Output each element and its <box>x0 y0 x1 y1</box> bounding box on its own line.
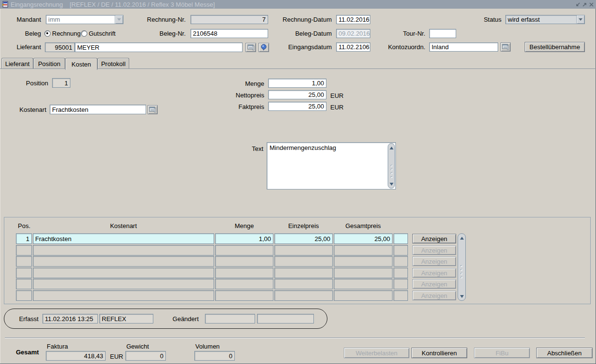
cell-pos[interactable] <box>16 279 32 289</box>
cell-menge[interactable] <box>215 245 273 256</box>
beleg-datum-field[interactable]: 09.02.2016 <box>336 29 370 38</box>
cell-einzelpreis[interactable] <box>274 256 333 267</box>
kontozuordn-lov-button[interactable] <box>501 42 511 52</box>
restore-button[interactable] <box>581 1 588 8</box>
gewicht-field[interactable]: 0 <box>125 351 166 361</box>
cell-kostenart[interactable] <box>33 245 214 256</box>
scroll-down-icon[interactable] <box>389 181 394 187</box>
erfasst-user-field[interactable]: REFLEX <box>99 314 153 324</box>
cell-kostenart[interactable] <box>33 279 214 289</box>
cell-extra[interactable] <box>393 290 408 301</box>
window-titlebar[interactable]: Eingangsrechnung [REFLEX / DE / 11.02.20… <box>0 0 596 9</box>
cell-pos[interactable]: 1 <box>16 233 32 244</box>
scroll-up-icon[interactable] <box>459 235 465 241</box>
cell-menge[interactable] <box>215 290 273 301</box>
lieferant-nr-field[interactable]: 95001 <box>45 42 75 52</box>
geaendert-label: Geändert <box>164 315 199 323</box>
tab-kosten[interactable]: Kosten <box>65 58 97 70</box>
cell-extra[interactable] <box>393 233 408 244</box>
cell-pos[interactable] <box>16 245 32 256</box>
cell-menge[interactable] <box>215 256 273 267</box>
text-area-scrollbar[interactable] <box>388 143 395 189</box>
cell-extra[interactable] <box>393 268 408 278</box>
volumen-field[interactable]: 0 <box>194 351 235 361</box>
faktpreis-currency: EUR <box>330 104 343 111</box>
cell-gesamtpreis[interactable] <box>334 245 393 256</box>
kontozuordn-field[interactable]: Inland <box>429 42 498 52</box>
scrollbar-thumb[interactable] <box>390 163 393 178</box>
text-area[interactable]: Mindermengenzuschlag <box>267 142 396 189</box>
chevron-down-icon[interactable] <box>576 15 584 24</box>
cell-extra[interactable] <box>393 245 408 256</box>
cell-einzelpreis[interactable] <box>274 268 333 278</box>
erfasst-datetime-field[interactable]: 11.02.2016 13:25 <box>42 314 98 324</box>
cell-gesamtpreis[interactable] <box>334 256 393 267</box>
minimize-button[interactable] <box>574 1 581 8</box>
cell-gesamtpreis[interactable] <box>334 268 393 278</box>
cell-einzelpreis[interactable] <box>274 245 333 256</box>
lieferant-info-button[interactable] <box>258 43 269 52</box>
erfasst-label: Erfasst <box>10 315 39 323</box>
tab-protokoll[interactable]: Protokoll <box>97 58 129 69</box>
close-icon[interactable] <box>588 1 595 8</box>
cell-pos[interactable] <box>16 256 32 267</box>
cell-einzelpreis[interactable]: 25,00 <box>274 233 333 244</box>
scroll-up-icon[interactable] <box>389 145 394 151</box>
cell-pos[interactable] <box>16 290 32 301</box>
cell-einzelpreis[interactable] <box>274 290 333 301</box>
tab-position[interactable]: Position <box>33 58 65 69</box>
nettopreis-label: Nettopreis <box>216 92 264 99</box>
position-field[interactable]: 1 <box>52 78 70 88</box>
col-header-einzelpreis: Einzelpreis <box>274 222 333 229</box>
tab-lieferant[interactable]: Lieferant <box>1 58 33 69</box>
cell-gesamtpreis[interactable]: 25,00 <box>334 233 393 244</box>
table-scrollbar[interactable] <box>458 233 466 301</box>
lieferant-label: Lieferant <box>0 43 41 51</box>
scrollbar-thumb[interactable] <box>460 264 464 278</box>
cell-gesamtpreis[interactable] <box>334 279 393 289</box>
radio-rechnung[interactable] <box>44 30 51 37</box>
bestelluebernahme-button[interactable]: Bestellübernahme <box>525 42 585 52</box>
anzeigen-button[interactable]: Anzeigen <box>412 234 456 243</box>
faktura-field[interactable]: 418,43 <box>46 351 106 361</box>
cell-pos[interactable] <box>16 268 32 278</box>
beleg-nr-field[interactable]: 2106548 <box>190 29 268 38</box>
cell-kostenart[interactable] <box>33 268 214 278</box>
geaendert-user-field[interactable] <box>257 314 314 324</box>
kostenart-label: Kostenart <box>13 106 46 113</box>
kostenart-field[interactable]: Frachtkosten <box>50 105 146 114</box>
cell-gesamtpreis[interactable] <box>334 290 393 301</box>
cell-extra[interactable] <box>393 279 408 289</box>
kostenart-lov-button[interactable] <box>148 105 158 114</box>
abschliessen-button[interactable]: Abschließen <box>536 348 593 358</box>
cell-einzelpreis[interactable] <box>274 279 333 289</box>
cell-extra[interactable] <box>393 256 408 267</box>
cell-menge[interactable] <box>215 279 273 289</box>
faktpreis-field[interactable]: 25,00 <box>268 102 326 111</box>
rechnung-nr-field[interactable]: 7 <box>190 15 268 24</box>
geaendert-datetime-field[interactable] <box>205 314 255 324</box>
radio-gutschrift[interactable] <box>81 30 87 37</box>
kontrollieren-button[interactable]: Kontrollieren <box>411 348 467 358</box>
lieferant-name-field[interactable]: MEYER <box>75 42 243 52</box>
list-of-values-icon <box>502 44 509 50</box>
cell-kostenart[interactable] <box>33 290 214 301</box>
rechnung-nr-label: Rechnung-Nr. <box>137 16 186 23</box>
rechnung-datum-field[interactable]: 11.02.2016 <box>336 15 370 24</box>
menge-field[interactable]: 1,00 <box>268 79 326 88</box>
status-combo[interactable]: wird erfasst <box>505 15 585 24</box>
gewicht-label: Gewicht <box>126 343 149 350</box>
lieferant-lov-button[interactable] <box>245 43 256 52</box>
eingangsdatum-field[interactable]: 11.02.2106 <box>336 42 370 52</box>
scroll-down-icon[interactable] <box>459 293 465 299</box>
chevron-down-icon[interactable] <box>115 15 123 24</box>
cell-menge[interactable] <box>215 268 273 278</box>
radio-gutschrift-label: Gutschrift <box>89 30 116 37</box>
cell-kostenart[interactable]: Frachtkosten <box>33 233 214 244</box>
cell-menge[interactable]: 1,00 <box>215 233 273 244</box>
tour-nr-field[interactable] <box>429 29 456 38</box>
nettopreis-field[interactable]: 25,00 <box>268 90 326 99</box>
col-header-menge: Menge <box>215 222 273 229</box>
mandant-combo[interactable]: imm <box>46 15 123 24</box>
cell-kostenart[interactable] <box>33 256 214 267</box>
